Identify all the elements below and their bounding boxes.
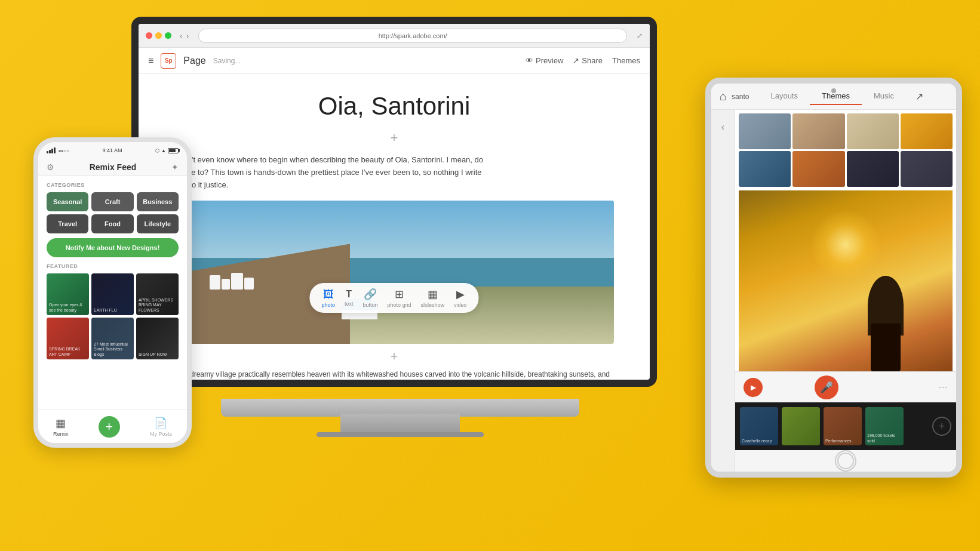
theme-thumb-8[interactable] [901,151,953,187]
laptop-screen-outer: ‹ › http://spark.adobe.com/ ⤢ ≡ Sp Page … [131,17,657,387]
photo-tool[interactable]: 🖼 photo [321,288,335,308]
panel-back-arrow[interactable]: ‹ [721,122,724,133]
forward-button[interactable]: › [186,31,189,41]
media-toolbar: 🖼 photo T text 🔗 button [309,283,478,313]
carrier-text: •••○○ [59,148,69,153]
theme-thumb-1[interactable] [739,113,791,149]
expand-icon[interactable]: ⤢ [637,32,643,40]
category-craft[interactable]: Craft [91,192,133,211]
category-travel-label: Travel [58,220,77,227]
featured-item-3[interactable]: APRIL SHOWERS BRING MAY FLOWERS [136,273,179,315]
posts-tab-label: My Posts [150,431,172,437]
building-1 [210,275,220,290]
strip-add-icon: + [939,420,945,433]
category-lifestyle-label: Lifestyle [145,220,171,227]
signal-bar-1 [47,151,48,153]
notify-button[interactable]: Notify Me about New Designs! [47,238,179,257]
add-content-button-top[interactable]: + [174,130,614,146]
battery-level [169,149,176,152]
share-button[interactable]: ↗ Share [573,56,603,65]
theme-thumb-7[interactable] [847,151,899,187]
fullscreen-dot[interactable] [165,32,171,39]
video-label: video [454,302,467,308]
photo-label: photo [321,302,335,308]
featured-item-4[interactable]: SPRING BREAK ART CAMP [47,318,89,359]
featured-item-5[interactable]: 27 Most Influential Small Business Blogs [91,318,134,359]
signal-bar-3 [51,149,53,153]
signal-bars [47,147,56,153]
buildings [210,273,254,290]
preview-button[interactable]: 👁 Preview [526,56,563,65]
category-seasonal[interactable]: Seasonal [47,192,88,211]
signal-bar-2 [49,150,51,153]
theme-main-image [739,190,953,371]
building-2 [222,279,230,290]
tablet-home-icon[interactable]: ⌂ [720,90,727,103]
themes-button[interactable]: Themes [612,56,640,65]
phone-content: CATEGORIES Seasonal Craft Business Trave… [38,176,187,423]
tablet-share-icon[interactable]: ↗ [916,91,923,102]
text-tool[interactable]: T text [345,289,354,307]
slideshow-label: slideshow [421,302,445,308]
tablet-home-button[interactable] [835,450,856,472]
button-label: button [362,302,377,308]
category-lifestyle[interactable]: Lifestyle [137,214,179,233]
tab-layouts[interactable]: Layouts [758,88,810,105]
theme-thumb-6[interactable] [792,151,844,187]
theme-thumb-2[interactable] [792,113,844,149]
category-food[interactable]: Food [91,214,133,233]
category-business[interactable]: Business [137,192,179,211]
strip-item-2[interactable] [782,407,820,445]
tab-music[interactable]: Music [862,88,906,105]
posts-tab-icon: 📄 [154,417,167,430]
laptop-stand [340,414,460,435]
category-travel[interactable]: Travel [47,214,88,233]
featured-item-1[interactable]: Open your eyes & see the beauty [47,273,89,315]
video-tool[interactable]: ▶ video [454,288,467,308]
text-icon: T [346,289,352,300]
play-button[interactable]: ▶ [744,378,763,397]
volume-icon[interactable]: ⋯ [938,381,948,393]
minimize-dot[interactable] [155,32,162,39]
theme-thumb-3[interactable] [847,113,899,149]
featured-item-3-text: APRIL SHOWERS BRING MAY FLOWERS [139,298,176,313]
settings-icon[interactable]: ⚙ [47,162,54,172]
featured-item-2[interactable]: EARTH FLU [91,273,134,315]
categories-label: CATEGORIES [47,182,179,188]
menu-icon[interactable]: ≡ [148,56,153,66]
phone-tab-remix[interactable]: ▦ Remix [53,417,69,437]
santorini-image: 🖼 photo T text 🔗 button [174,201,614,344]
tablet-body: ⌂ santo Layouts Themes Music ↗ [705,78,962,478]
slideshow-tool[interactable]: ▦ slideshow [421,288,445,308]
add-content-button-bottom[interactable]: + [174,349,614,364]
featured-item-6[interactable]: SIGN UP NOW [136,318,179,359]
back-button[interactable]: ‹ [180,31,183,41]
strip-item-1[interactable]: Coachella recap [740,407,778,445]
url-bar[interactable]: http://spark.adobe.com/ [198,29,627,43]
theme-thumb-4[interactable] [901,113,953,149]
mic-button[interactable]: 🎤 [815,375,838,399]
photo-grid-label: photo grid [388,302,411,308]
photo-icon: 🖼 [323,288,334,301]
tab-themes-label: Themes [822,91,850,100]
video-icon: ▶ [456,288,465,301]
button-tool[interactable]: 🔗 button [362,288,377,308]
phone-tab-posts[interactable]: 📄 My Posts [150,417,172,437]
featured-item-2-text: EARTH FLU [94,308,131,313]
laptop-foot [317,432,484,437]
phone-fab[interactable]: + [99,416,120,438]
strip-add-button[interactable]: + [932,417,951,436]
photo-grid-tool[interactable]: ⊞ photo grid [388,288,411,308]
santorini-scene [174,201,614,344]
close-dot[interactable] [146,32,152,39]
phone-status-bar: •••○○ 9:41 AM ⬡ ▲ [38,142,187,159]
button-icon: 🔗 [364,288,377,301]
strip-item-3[interactable]: Performances [824,407,862,445]
featured-item-4-text: SPRING BREAK ART CAMP [49,347,87,357]
theme-thumb-5[interactable] [739,151,791,187]
media-strip: Coachella recap Performances 198,000 tic… [735,402,956,450]
remix-tab-label: Remix [53,431,69,437]
paragraph-1: I don't even know where to begin when de… [174,154,485,191]
strip-item-4[interactable]: 198,000 tickets sold [865,407,904,445]
categories-grid: Seasonal Craft Business Travel Food Life… [47,192,179,233]
